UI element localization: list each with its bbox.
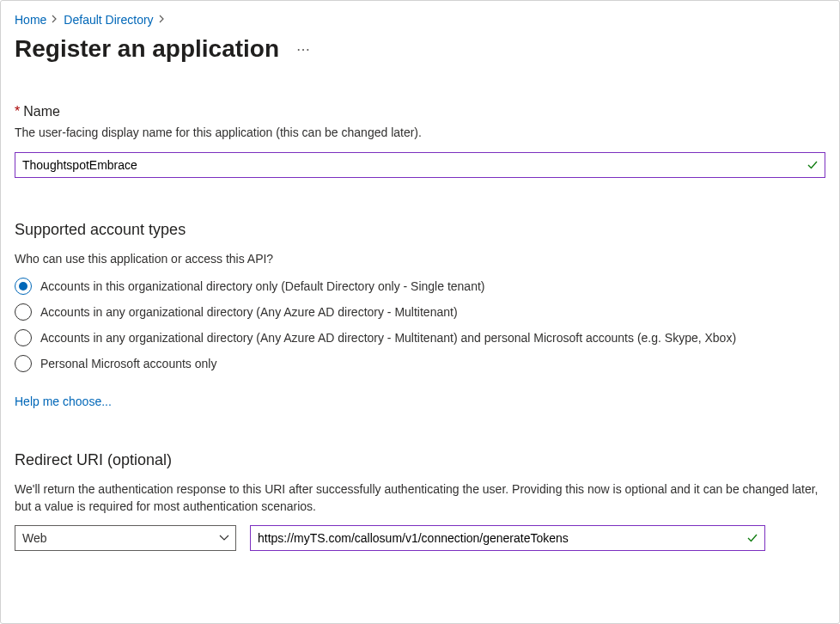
app-name-input[interactable] xyxy=(15,152,825,178)
name-helper-text: The user-facing display name for this ap… xyxy=(15,125,825,142)
account-types-title: Supported account types xyxy=(15,221,825,239)
title-row: Register an application ⋯ xyxy=(15,35,825,63)
radio-single-tenant[interactable]: Accounts in this organizational director… xyxy=(15,278,825,295)
radio-icon xyxy=(15,278,32,295)
radio-multitenant[interactable]: Accounts in any organizational directory… xyxy=(15,303,825,321)
radio-label: Accounts in any organizational directory… xyxy=(40,305,458,319)
page-title: Register an application xyxy=(15,35,279,63)
radio-personal-only[interactable]: Personal Microsoft accounts only xyxy=(15,355,825,372)
name-section: *Name The user-facing display name for t… xyxy=(15,104,825,178)
platform-select[interactable]: Web xyxy=(15,525,236,551)
account-types-section: Supported account types Who can use this… xyxy=(15,221,825,409)
breadcrumb: Home Default Directory xyxy=(15,13,825,27)
radio-icon xyxy=(15,329,32,346)
platform-selected-label: Web xyxy=(22,531,47,545)
radio-label: Accounts in this organizational director… xyxy=(40,279,484,293)
help-me-choose-link[interactable]: Help me choose... xyxy=(15,395,112,408)
radio-multitenant-personal[interactable]: Accounts in any organizational directory… xyxy=(15,329,825,346)
redirect-uri-helper: We'll return the authentication response… xyxy=(15,481,825,515)
name-label: *Name xyxy=(15,104,825,119)
breadcrumb-default-directory[interactable]: Default Directory xyxy=(64,13,153,27)
required-star-icon: * xyxy=(15,104,20,119)
account-types-radio-group: Accounts in this organizational director… xyxy=(15,278,825,372)
more-actions-icon[interactable]: ⋯ xyxy=(293,38,315,61)
radio-label: Personal Microsoft accounts only xyxy=(40,357,216,370)
chevron-right-icon xyxy=(52,14,58,26)
radio-icon xyxy=(15,303,32,321)
breadcrumb-home[interactable]: Home xyxy=(15,13,46,27)
radio-label: Accounts in any organizational directory… xyxy=(40,331,736,345)
radio-icon xyxy=(15,355,32,372)
chevron-right-icon xyxy=(159,14,166,26)
redirect-uri-input[interactable] xyxy=(250,525,765,551)
account-types-question: Who can use this application or access t… xyxy=(15,251,825,268)
redirect-uri-section: Redirect URI (optional) We'll return the… xyxy=(15,451,825,551)
redirect-uri-title: Redirect URI (optional) xyxy=(15,451,825,469)
